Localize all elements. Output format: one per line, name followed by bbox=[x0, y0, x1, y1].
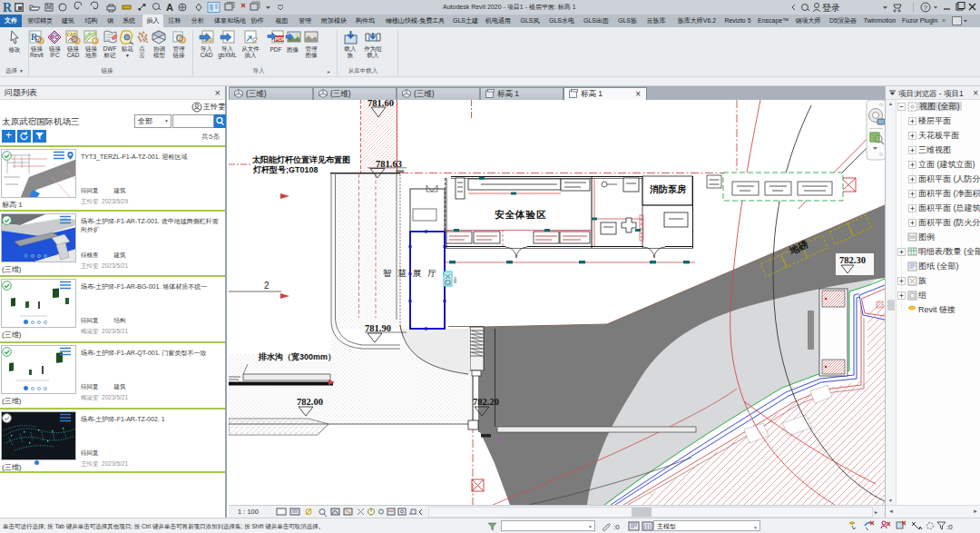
svg-text:2: 2 bbox=[264, 281, 270, 291]
svg-text:登录: 登录 bbox=[822, 3, 840, 13]
svg-text:782.20: 782.20 bbox=[473, 397, 499, 407]
svg-text:R: R bbox=[3, 1, 13, 15]
svg-text:782.00: 782.00 bbox=[297, 397, 323, 407]
svg-text::0: :0 bbox=[613, 523, 620, 531]
svg-text:A: A bbox=[166, 2, 173, 13]
svg-text:1800: 1800 bbox=[453, 276, 457, 283]
svg-text::0: :0 bbox=[946, 523, 953, 531]
svg-text:?: ? bbox=[924, 4, 928, 12]
svg-text:782.30: 782.30 bbox=[839, 255, 866, 265]
svg-text:IFC: IFC bbox=[51, 35, 58, 40]
svg-text:781.63: 781.63 bbox=[376, 159, 402, 169]
svg-text:781.90: 781.90 bbox=[365, 323, 391, 333]
svg-text:1800: 1800 bbox=[396, 169, 405, 173]
